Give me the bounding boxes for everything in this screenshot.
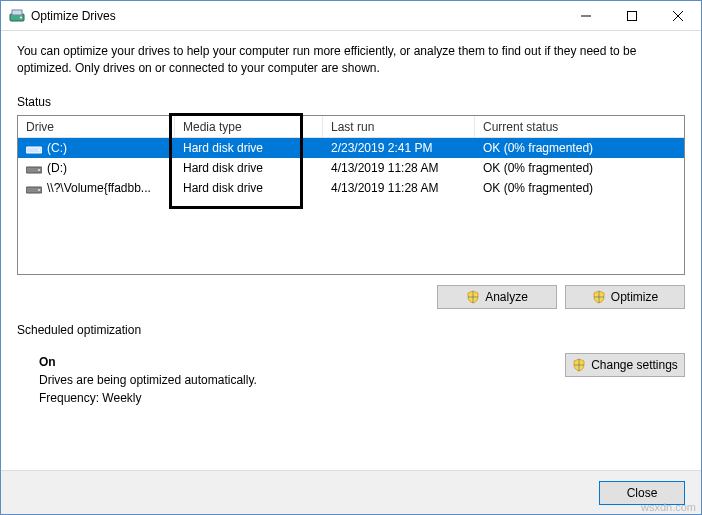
change-settings-button[interactable]: Change settings (565, 353, 685, 377)
drive-name: (D:) (47, 161, 67, 175)
app-icon (9, 8, 25, 24)
optimize-label: Optimize (611, 290, 658, 304)
list-header: Drive Media type Last run Current status (18, 116, 684, 138)
drive-name: \\?\Volume{ffadbb... (47, 181, 151, 195)
status-cell: OK (0% fragmented) (475, 161, 684, 175)
hdd-icon (26, 183, 42, 193)
drive-name-cell: (D:) (18, 161, 175, 175)
change-settings-label: Change settings (591, 358, 678, 372)
svg-point-12 (38, 189, 40, 191)
analyze-button[interactable]: Analyze (437, 285, 557, 309)
scheduled-desc: Drives are being optimized automatically… (39, 373, 565, 387)
last-run-cell: 4/13/2019 11:28 AM (323, 161, 475, 175)
description-text: You can optimize your drives to help you… (17, 43, 685, 77)
column-header-status[interactable]: Current status (475, 116, 684, 137)
drives-list: Drive Media type Last run Current status… (17, 115, 685, 275)
minimize-button[interactable] (563, 1, 609, 30)
drive-row[interactable]: (C:) Hard disk drive 2/23/2019 2:41 PM O… (18, 138, 684, 158)
shield-icon (466, 290, 480, 304)
scheduled-info: On Drives are being optimized automatica… (17, 347, 565, 409)
close-window-button[interactable] (655, 1, 701, 30)
shield-icon (592, 290, 606, 304)
column-header-drive[interactable]: Drive (18, 116, 175, 137)
close-button[interactable]: Close (599, 481, 685, 505)
footer-bar: Close (1, 470, 701, 514)
optimize-drives-window: Optimize Drives You can optimize your dr… (0, 0, 702, 515)
scheduled-freq: Frequency: Weekly (39, 391, 565, 405)
hdd-icon (26, 163, 42, 173)
scheduled-on: On (39, 355, 565, 369)
svg-rect-4 (628, 11, 637, 20)
status-cell: OK (0% fragmented) (475, 141, 684, 155)
window-title: Optimize Drives (31, 9, 563, 23)
column-header-media[interactable]: Media type (175, 116, 323, 137)
titlebar: Optimize Drives (1, 1, 701, 31)
svg-point-8 (38, 149, 40, 151)
hdd-icon (26, 143, 42, 153)
drive-row[interactable]: \\?\Volume{ffadbb... Hard disk drive 4/1… (18, 178, 684, 198)
scheduled-block: On Drives are being optimized automatica… (17, 347, 685, 409)
svg-rect-1 (12, 10, 22, 15)
drive-name-cell: (C:) (18, 141, 175, 155)
maximize-button[interactable] (609, 1, 655, 30)
drive-name-cell: \\?\Volume{ffadbb... (18, 181, 175, 195)
analyze-label: Analyze (485, 290, 528, 304)
media-cell: Hard disk drive (175, 141, 323, 155)
drive-row[interactable]: (D:) Hard disk drive 4/13/2019 11:28 AM … (18, 158, 684, 178)
column-header-last[interactable]: Last run (323, 116, 475, 137)
media-cell: Hard disk drive (175, 181, 323, 195)
shield-icon (572, 358, 586, 372)
drive-name: (C:) (47, 141, 67, 155)
window-controls (563, 1, 701, 30)
close-label: Close (627, 486, 658, 500)
media-cell: Hard disk drive (175, 161, 323, 175)
last-run-cell: 4/13/2019 11:28 AM (323, 181, 475, 195)
content-area: You can optimize your drives to help you… (1, 31, 701, 470)
scheduled-label: Scheduled optimization (17, 323, 685, 337)
status-label: Status (17, 95, 685, 109)
last-run-cell: 2/23/2019 2:41 PM (323, 141, 475, 155)
svg-point-2 (20, 16, 22, 18)
optimize-button[interactable]: Optimize (565, 285, 685, 309)
status-cell: OK (0% fragmented) (475, 181, 684, 195)
svg-point-10 (38, 169, 40, 171)
action-buttons-row: Analyze Optimize (17, 285, 685, 309)
